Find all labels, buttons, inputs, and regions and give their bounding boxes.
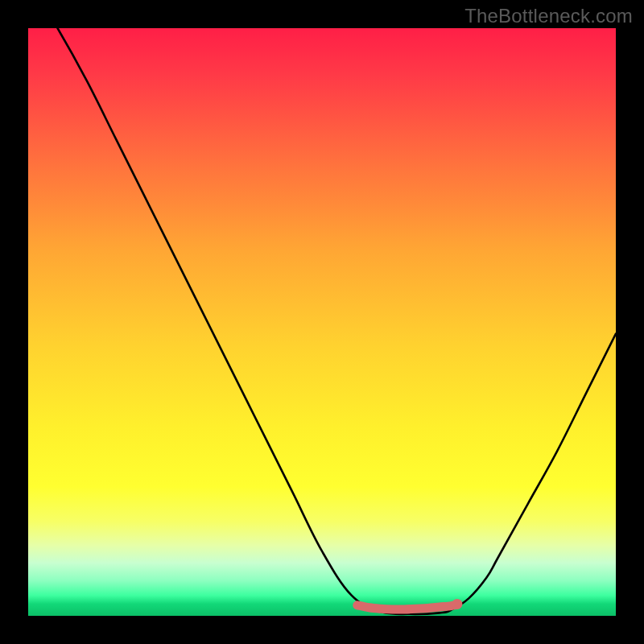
chart-frame: TheBottleneck.com	[0, 0, 644, 644]
flat-band-end-dot	[452, 599, 462, 609]
bottleneck-curve-line	[28, 28, 616, 614]
chart-svg	[28, 28, 616, 616]
plot-area	[28, 28, 616, 616]
watermark-text: TheBottleneck.com	[464, 5, 633, 27]
flat-band-line	[357, 604, 457, 609]
